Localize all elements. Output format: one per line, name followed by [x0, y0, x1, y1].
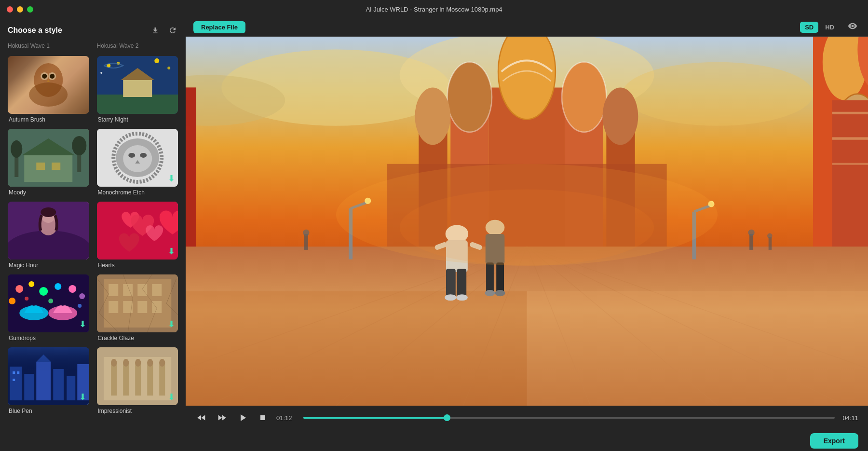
hd-button[interactable]: HD: [820, 22, 839, 33]
style-thumb-autumn-brush: [8, 56, 89, 114]
stop-button[interactable]: [257, 412, 269, 424]
play-button[interactable]: [236, 411, 249, 424]
export-button[interactable]: Export: [810, 433, 858, 449]
style-item-hearts[interactable]: ⬇ Hearts: [93, 199, 182, 272]
download-badge-blue-pen: ⬇: [79, 392, 86, 402]
svg-rect-57: [152, 284, 162, 296]
svg-point-20: [72, 136, 86, 155]
svg-rect-61: [152, 301, 162, 313]
style-thumb-blue-pen: ⬇: [8, 347, 89, 405]
top-toolbar: Replace File SD HD: [186, 18, 868, 37]
blue-pen-preview: [8, 347, 89, 405]
sidebar-actions: [150, 25, 178, 36]
svg-point-148: [303, 230, 309, 236]
style-item-impressionist[interactable]: ⬇ Impressionist: [93, 344, 182, 417]
download-icon-button[interactable]: [150, 25, 161, 36]
download-badge-hearts: ⬇: [168, 246, 175, 257]
style-item-starry-night[interactable]: Starry Night: [93, 53, 182, 126]
svg-rect-56: [137, 284, 147, 296]
style-label-crackle-glaze: Crackle Glaze: [97, 335, 178, 342]
svg-rect-125: [186, 291, 527, 406]
progress-fill: [303, 417, 447, 419]
minimize-button[interactable]: [17, 6, 23, 13]
style-label-magic-hour: Magic Hour: [8, 262, 89, 269]
svg-point-14: [167, 67, 170, 69]
svg-rect-8: [97, 95, 178, 114]
stop-icon: [258, 413, 268, 423]
maximize-button[interactable]: [27, 6, 33, 13]
autumn-brush-preview: [8, 56, 89, 114]
bottom-bar: Export: [186, 430, 868, 451]
style-label-hearts: Hearts: [97, 262, 178, 269]
progress-bar[interactable]: [303, 417, 835, 419]
eye-icon: [848, 21, 857, 31]
svg-rect-23: [36, 163, 45, 170]
style-thumb-starry-night: [97, 56, 178, 114]
svg-point-4: [50, 74, 54, 79]
close-button[interactable]: [7, 6, 13, 13]
svg-point-15: [100, 72, 102, 74]
sd-button[interactable]: SD: [800, 22, 818, 33]
crackle-preview: [97, 274, 178, 332]
style-label-moody: Moody: [8, 189, 89, 196]
col-header-2: Hokusai Wave 2: [93, 42, 182, 51]
svg-rect-67: [53, 369, 64, 400]
svg-point-30: [140, 153, 147, 158]
style-item-gumdrops[interactable]: ⬇ Gumdrops: [4, 272, 93, 344]
content-area: Replace File SD HD: [186, 18, 868, 451]
svg-rect-136: [457, 269, 466, 297]
style-label-impressionist: Impressionist: [97, 408, 178, 414]
svg-point-112: [415, 88, 450, 145]
svg-rect-135: [446, 269, 456, 297]
svg-point-13: [154, 58, 159, 63]
download-badge-impressionist: ⬇: [168, 392, 175, 402]
style-item-monochrome-etch[interactable]: ⬇ Monochrome Etch: [93, 126, 182, 199]
style-item-crackle-glaze[interactable]: ⬇ Crackle Glaze: [93, 272, 182, 344]
rewind-icon: [196, 412, 207, 423]
preview-eye-button[interactable]: [845, 20, 860, 34]
video-container: [186, 37, 868, 406]
svg-point-138: [456, 294, 468, 301]
svg-point-42: [15, 285, 23, 293]
svg-point-146: [495, 290, 505, 296]
svg-rect-71: [17, 371, 19, 374]
step-forward-icon: [217, 412, 227, 423]
style-thumb-moody: [8, 129, 89, 187]
svg-rect-151: [769, 237, 772, 249]
style-thumb-crackle-glaze: ⬇: [97, 274, 178, 332]
svg-point-114: [602, 88, 638, 145]
download-icon: [151, 26, 160, 35]
svg-point-48: [9, 298, 15, 304]
window-title: AI Juice WRLD - Stranger in Moscow 1080p…: [366, 6, 502, 13]
svg-rect-70: [13, 371, 15, 374]
style-label-blue-pen: Blue Pen: [8, 408, 89, 414]
monochrome-preview: [97, 129, 178, 187]
style-item-blue-pen[interactable]: ⬇ Blue Pen: [4, 344, 93, 417]
starry-night-preview: [97, 56, 178, 114]
play-icon: [237, 412, 248, 424]
moody-preview: [8, 129, 89, 187]
svg-point-3: [42, 74, 47, 79]
progress-thumb[interactable]: [444, 414, 450, 421]
svg-point-43: [28, 281, 34, 287]
style-item-autumn-brush[interactable]: Autumn Brush: [4, 53, 93, 126]
video-frame: [186, 37, 868, 406]
step-forward-button[interactable]: [216, 411, 228, 424]
svg-point-6: [29, 82, 68, 107]
style-thumb-hearts: ⬇: [97, 202, 178, 260]
replace-file-button[interactable]: Replace File: [193, 21, 245, 33]
svg-point-46: [68, 285, 76, 293]
style-thumb-monochrome-etch: ⬇: [97, 129, 178, 187]
col-header-1: Hokusai Wave 1: [4, 42, 93, 51]
download-badge-monochrome: ⬇: [168, 173, 175, 184]
style-item-moody[interactable]: Moody: [4, 126, 93, 199]
refresh-icon-button[interactable]: [167, 25, 178, 36]
style-label-starry-night: Starry Night: [97, 116, 178, 123]
svg-point-152: [767, 233, 773, 239]
svg-rect-37: [8, 202, 89, 260]
column-headers: Hokusai Wave 1 Hokusai Wave 2: [0, 41, 186, 51]
style-label-monochrome-etch: Monochrome Etch: [97, 189, 178, 196]
rewind-button[interactable]: [195, 411, 208, 424]
style-item-magic-hour[interactable]: Magic Hour: [4, 199, 93, 272]
style-label-autumn-brush: Autumn Brush: [8, 116, 89, 123]
